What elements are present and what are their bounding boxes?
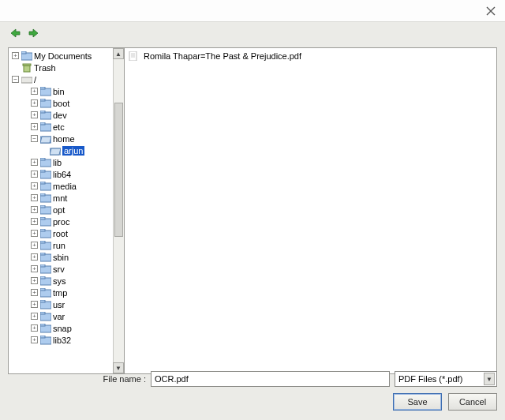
svg-rect-24 [40, 205, 45, 208]
tree-node[interactable]: +bin [12, 85, 113, 97]
folder-icon [40, 134, 51, 144]
expand-icon[interactable]: + [31, 171, 38, 178]
tree-label: lib [53, 158, 62, 167]
expand-icon[interactable]: + [31, 182, 38, 189]
folder-icon [40, 264, 51, 274]
expand-icon[interactable]: + [31, 253, 38, 261]
svg-rect-40 [40, 300, 45, 302]
tree-node[interactable]: +etc [12, 121, 113, 133]
save-button[interactable]: Save [393, 393, 442, 411]
svg-rect-32 [40, 253, 45, 255]
filetype-select[interactable]: PDF Files (*.pdf) ▼ [395, 371, 497, 387]
cancel-button[interactable]: Cancel [448, 393, 497, 411]
svg-rect-16 [40, 158, 45, 160]
expand-icon[interactable]: + [31, 111, 38, 118]
folder-icon [50, 146, 61, 156]
expand-icon[interactable]: + [31, 194, 38, 201]
tree-label: tmp [53, 288, 67, 298]
expand-icon[interactable]: + [12, 52, 19, 59]
tree-node[interactable]: +var [12, 310, 113, 322]
tree-node[interactable]: +sys [12, 275, 113, 287]
tree-label: opt [53, 205, 65, 215]
list-item[interactable]: Romila Thapar=The Past & Prejudice.pdf [128, 50, 493, 62]
expand-icon [40, 147, 47, 154]
folder-icon [40, 99, 51, 108]
expand-icon[interactable]: + [31, 313, 38, 320]
folder-tree[interactable]: + My Documents Trash − / +bin+boot+dev+e… [8, 47, 125, 374]
tree-node[interactable]: +mnt [12, 192, 113, 204]
folder-icon [40, 205, 51, 215]
tree-node[interactable]: +lib [12, 156, 113, 168]
expand-icon[interactable]: + [31, 218, 38, 225]
tree-node[interactable]: +lib64 [12, 168, 113, 180]
tree-node[interactable]: + My Documents [12, 50, 113, 62]
collapse-icon[interactable]: − [12, 76, 19, 83]
tree-node[interactable]: +snap [12, 322, 113, 334]
trash-icon [21, 63, 32, 73]
svg-rect-2 [24, 66, 30, 72]
tree-node[interactable]: +boot [12, 97, 113, 109]
expand-icon[interactable]: + [31, 336, 38, 343]
expand-icon[interactable]: + [31, 242, 38, 249]
folder-icon [40, 193, 51, 203]
tree-node[interactable]: −home [12, 133, 113, 144]
folder-icon [40, 158, 51, 167]
tree-node[interactable]: +media [12, 180, 113, 192]
forward-button[interactable] [27, 26, 41, 40]
file-list[interactable]: Romila Thapar=The Past & Prejudice.pdf [125, 47, 497, 374]
tree-label: var [53, 312, 65, 321]
folder-icon [40, 336, 51, 345]
filetype-value: PDF Files (*.pdf) [398, 374, 462, 384]
svg-rect-34 [40, 264, 45, 267]
tree-node[interactable]: +lib32 [12, 334, 113, 346]
back-button[interactable] [8, 26, 22, 40]
tree-label: sbin [53, 253, 69, 262]
svg-rect-3 [23, 64, 31, 66]
expand-icon[interactable]: + [31, 99, 38, 107]
tree-label: Trash [34, 63, 56, 73]
scrollbar-track[interactable] [113, 59, 124, 362]
scrollbar-thumb[interactable] [114, 103, 123, 237]
tree-node[interactable]: +proc [12, 216, 113, 227]
expand-icon[interactable]: + [31, 324, 38, 332]
tree-node[interactable]: − / [12, 73, 113, 85]
expand-icon[interactable]: + [31, 289, 38, 296]
expand-icon[interactable]: + [31, 123, 38, 130]
close-icon[interactable] [484, 5, 497, 17]
tree-node[interactable]: +tmp [12, 287, 113, 298]
tree-node[interactable]: +root [12, 227, 113, 239]
folder-icon [40, 122, 51, 132]
expand-icon [12, 64, 19, 71]
tree-label: etc [53, 122, 65, 132]
tree-node[interactable]: +sbin [12, 251, 113, 263]
drive-icon [21, 75, 32, 84]
tree-node[interactable]: arjun [12, 144, 113, 156]
expand-icon[interactable]: + [31, 265, 38, 272]
svg-rect-36 [40, 276, 45, 279]
folder-icon [40, 170, 51, 179]
folder-icon [40, 87, 51, 96]
expand-icon[interactable]: + [31, 206, 38, 213]
tree-node[interactable]: Trash [12, 62, 113, 73]
tree-node[interactable]: +usr [12, 298, 113, 310]
folder-icon [40, 288, 51, 298]
chevron-down-icon[interactable]: ▼ [484, 373, 495, 385]
expand-icon[interactable]: + [31, 159, 38, 166]
svg-rect-28 [40, 229, 45, 231]
tree-label: proc [53, 217, 69, 227]
tree-node[interactable]: +dev [12, 109, 113, 121]
expand-icon[interactable]: + [31, 230, 38, 237]
tree-node[interactable]: +run [12, 239, 113, 251]
expand-icon[interactable]: + [31, 301, 38, 308]
scroll-up-icon[interactable]: ▲ [113, 48, 124, 59]
folder-icon [40, 300, 51, 309]
tree-label: sys [53, 276, 66, 286]
expand-icon[interactable]: + [31, 277, 38, 284]
tree-node[interactable]: +opt [12, 204, 113, 216]
filename-field[interactable] [151, 371, 390, 387]
tree-label: lib32 [53, 336, 71, 345]
collapse-icon[interactable]: − [31, 135, 38, 142]
folder-icon [21, 51, 32, 61]
tree-node[interactable]: +srv [12, 263, 113, 275]
expand-icon[interactable]: + [31, 88, 38, 95]
